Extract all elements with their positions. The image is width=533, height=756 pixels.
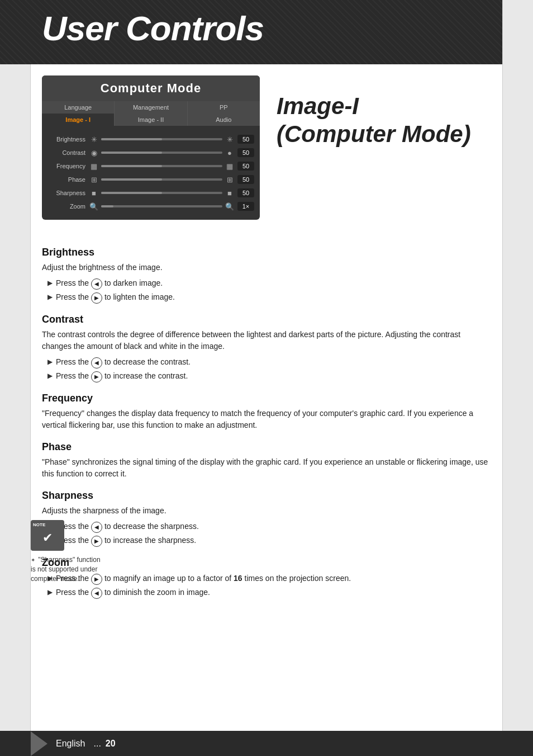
bullet-arrow: ▶	[47, 292, 53, 303]
zoom-heading: Zoom	[42, 557, 491, 569]
zoom-label: Zoom	[47, 203, 85, 210]
contrast-row: Contrast ◉ ● 50	[47, 148, 254, 157]
sharpness-icon-right: ■	[225, 189, 235, 197]
brightness-icon-right: ✳	[225, 135, 235, 144]
sharpness-bullets: ▶ Press the ◀ to decrease the sharpness.…	[42, 520, 491, 547]
right-btn: ▶	[91, 371, 102, 382]
brightness-label: Brightness	[47, 136, 85, 143]
bullet-arrow: ▶	[47, 357, 53, 367]
phase-row: Phase ⊞ ⊞ 50	[47, 175, 254, 184]
footer-ellipsis: ...	[93, 739, 101, 749]
zoom-icon-right: 🔍	[225, 202, 235, 211]
contrast-icon-left: ◉	[89, 149, 99, 157]
contrast-label: Contrast	[47, 149, 85, 156]
sharpness-section: Sharpness Adjusts the sharpness of the i…	[42, 490, 491, 547]
contrast-icon-right: ●	[225, 149, 235, 157]
bullet-item: ▶ Press the ▶ to increase the sharpness.	[47, 534, 491, 547]
bullet-text: Press the ◀ to darken image.	[56, 277, 163, 290]
phase-heading: Phase	[42, 441, 491, 453]
bullet-item: ▶ Press the ▶ to magnify an image up to …	[47, 572, 491, 585]
sharpness-value: 50	[237, 188, 254, 197]
phase-value: 50	[237, 175, 254, 184]
phase-body: "Phase" synchronizes the signal timing o…	[42, 456, 491, 480]
contrast-section: Contrast The contrast controls the degre…	[42, 314, 491, 382]
contrast-slider[interactable]	[101, 152, 222, 154]
content-sections: Brightness Adjust the brightness of the …	[42, 231, 491, 599]
footer-triangle-icon	[31, 731, 47, 756]
frequency-body: "Frequency" changes the display data fre…	[42, 408, 491, 431]
frequency-icon-left: ▦	[89, 162, 99, 171]
zoom-value: 1×	[237, 202, 254, 211]
brightness-bullets: ▶ Press the ◀ to darken image. ▶ Press t…	[42, 277, 491, 304]
zoom-bullets: ▶ Press the ▶ to magnify an image up to …	[42, 572, 491, 599]
note-text: ✦ "Sharpness" function is not supported …	[31, 555, 106, 583]
footer-language: English	[56, 739, 85, 749]
frequency-row: Frequency ▦ ▦ 50	[47, 162, 254, 171]
frequency-label: Frequency	[47, 163, 85, 169]
frequency-slider[interactable]	[101, 165, 222, 167]
bullet-arrow: ▶	[47, 278, 53, 289]
tab-management[interactable]: Management	[115, 101, 187, 114]
bullet-item: ▶ Press the ◀ to diminish the zoom in im…	[47, 586, 491, 599]
bullet-text: Press the ▶ to increase the contrast.	[56, 370, 188, 382]
zoom-section: Zoom ▶ Press the ▶ to magnify an image u…	[42, 557, 491, 599]
tab-image-ii[interactable]: Image - II	[115, 114, 187, 126]
note-box: ✔ ✦ "Sharpness" function is not supporte…	[31, 520, 106, 583]
bullet-item: ▶ Press the ▶ to lighten the image.	[47, 291, 491, 304]
bullet-arrow: ▶	[47, 587, 53, 598]
phase-slider[interactable]	[101, 178, 222, 181]
computer-mode-panel: Computer Mode Language Management PP Ima…	[42, 75, 260, 220]
image-title-line2: (Computer Mode)	[277, 120, 471, 148]
tabs-row-2: Image - I Image - II Audio	[42, 114, 260, 126]
note-checkmark: ✔	[42, 531, 53, 545]
frequency-icon-right: ▦	[225, 162, 235, 171]
panel-title: Computer Mode	[42, 75, 260, 101]
contrast-bullets: ▶ Press the ◀ to decrease the contrast. …	[42, 356, 491, 382]
tab-language[interactable]: Language	[42, 101, 115, 114]
bullet-arrow: ▶	[47, 371, 53, 381]
frequency-value: 50	[237, 162, 254, 171]
frequency-heading: Frequency	[42, 393, 491, 404]
brightness-body: Adjust the brightness of the image.	[42, 262, 491, 273]
sharpness-icon-left: ■	[89, 189, 99, 197]
bullet-text: Press the ▶ to lighten the image.	[56, 291, 175, 304]
image-title-line1: Image-I	[277, 92, 471, 120]
sharpness-slider[interactable]	[101, 192, 222, 194]
right-sidebar	[502, 0, 533, 756]
tabs-row: Language Management PP	[42, 101, 260, 114]
bullet-text: Press the ◀ to decrease the contrast.	[56, 356, 191, 368]
contrast-heading: Contrast	[42, 314, 491, 325]
brightness-row: Brightness ✳ ✳ 50	[47, 135, 254, 144]
brightness-section: Brightness Adjust the brightness of the …	[42, 247, 491, 304]
phase-section: Phase "Phase" synchronizes the signal ti…	[42, 441, 491, 480]
left-btn: ◀	[91, 278, 102, 290]
brightness-slider[interactable]	[101, 138, 222, 140]
sharpness-body: Adjusts the sharpness of the image.	[42, 505, 491, 517]
left-sidebar	[0, 64, 31, 756]
tab-audio[interactable]: Audio	[188, 114, 260, 126]
settings-area: Brightness ✳ ✳ 50 Contrast ◉ ● 50 Freque…	[42, 126, 260, 220]
zoom-row: Zoom 🔍 🔍 1×	[47, 202, 254, 211]
bullet-item: ▶ Press the ◀ to decrease the sharpness.	[47, 520, 491, 533]
sharpness-row: Sharpness ■ ■ 50	[47, 188, 254, 197]
bullet-item: ▶ Press the ◀ to decrease the contrast.	[47, 356, 491, 368]
bullet-item: ▶ Press the ▶ to increase the contrast.	[47, 370, 491, 382]
footer-page-number: 20	[106, 739, 116, 749]
right-btn: ▶	[91, 292, 102, 304]
phase-icon-right: ⊞	[225, 176, 235, 184]
tab-image-i[interactable]: Image - I	[42, 114, 115, 126]
note-icon: ✔	[31, 520, 64, 551]
page-title: User Controls	[42, 8, 264, 48]
phase-icon-left: ⊞	[89, 176, 99, 184]
frequency-section: Frequency "Frequency" changes the displa…	[42, 393, 491, 431]
contrast-value: 50	[237, 148, 254, 157]
brightness-value: 50	[237, 135, 254, 144]
sharpness-label: Sharpness	[47, 190, 85, 196]
note-content: "Sharpness" function is not supported un…	[31, 556, 101, 583]
bullet-item: ▶ Press the ◀ to darken image.	[47, 277, 491, 290]
tab-pp[interactable]: PP	[188, 101, 260, 114]
zoom-slider[interactable]	[101, 205, 222, 207]
phase-label: Phase	[47, 176, 85, 183]
footer: English ... 20	[0, 731, 533, 756]
brightness-heading: Brightness	[42, 247, 491, 258]
